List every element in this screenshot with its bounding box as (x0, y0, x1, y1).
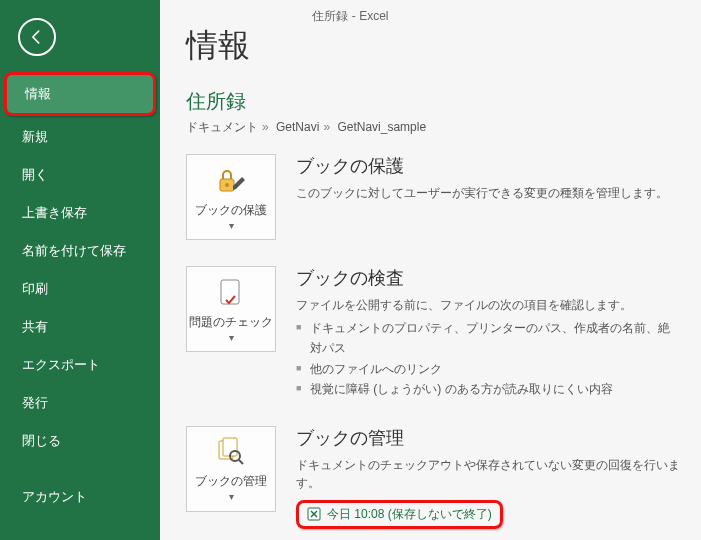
recover-version-button[interactable]: 今日 10:08 (保存しないで終了) (296, 500, 503, 529)
list-item: 他のファイルへのリンク (296, 359, 681, 379)
tile-label: ブックの管理 (195, 473, 267, 490)
breadcrumb-item[interactable]: GetNavi_sample (337, 120, 426, 134)
list-item: 視覚に障碍 (しょうがい) のある方が読み取りにくい内容 (296, 379, 681, 399)
backstage-sidebar: 情報 新規 開く 上書き保存 名前を付けて保存 印刷 共有 エクスポート 発行 … (0, 0, 160, 540)
document-check-icon (218, 276, 244, 310)
page-title: 情報 (186, 24, 681, 68)
nav-export[interactable]: エクスポート (0, 346, 160, 384)
protect-text: このブックに対してユーザーが実行できる変更の種類を管理します。 (296, 184, 681, 202)
excel-doc-icon (307, 507, 321, 521)
chevron-down-icon: ▾ (229, 332, 234, 343)
version-label: 今日 10:08 (保存しないで終了) (327, 506, 492, 523)
nav-close[interactable]: 閉じる (0, 422, 160, 460)
breadcrumb-item[interactable]: GetNavi (276, 120, 319, 134)
chevron-down-icon: ▾ (229, 491, 234, 502)
nav-open[interactable]: 開く (0, 156, 160, 194)
back-button[interactable] (18, 18, 56, 56)
nav-share[interactable]: 共有 (0, 308, 160, 346)
list-item: ドキュメントのプロパティ、プリンターのパス、作成者の名前、絶対パス (296, 318, 681, 359)
protect-heading: ブックの保護 (296, 154, 681, 178)
nav-publish[interactable]: 発行 (0, 384, 160, 422)
chevron-down-icon: ▾ (229, 220, 234, 231)
nav-print[interactable]: 印刷 (0, 270, 160, 308)
manage-section: ブックの管理 ▾ ブックの管理 ドキュメントのチェックアウトや保存されていない変… (186, 426, 681, 529)
inspect-section: 問題のチェック ▾ ブックの検査 ファイルを公開する前に、ファイルの次の項目を確… (186, 266, 681, 400)
documents-magnify-icon (216, 435, 246, 469)
protect-section: ブックの保護 ▾ ブックの保護 このブックに対してユーザーが実行できる変更の種類… (186, 154, 681, 240)
main-panel: 情報 住所録 ドキュメント» GetNavi» GetNavi_sample ブ… (160, 0, 701, 540)
protect-workbook-button[interactable]: ブックの保護 ▾ (186, 154, 276, 240)
inspect-list: ドキュメントのプロパティ、プリンターのパス、作成者の名前、絶対パス 他のファイル… (296, 318, 681, 400)
nav-info[interactable]: 情報 (4, 72, 156, 116)
nav-list: 情報 新規 開く 上書き保存 名前を付けて保存 印刷 共有 エクスポート 発行 … (0, 72, 160, 516)
nav-save[interactable]: 上書き保存 (0, 194, 160, 232)
breadcrumb-item[interactable]: ドキュメント (186, 120, 258, 134)
check-issues-button[interactable]: 問題のチェック ▾ (186, 266, 276, 352)
manage-text: ドキュメントのチェックアウトや保存されていない変更の回復を行います。 (296, 456, 681, 492)
tile-label: ブックの保護 (195, 202, 267, 219)
lock-key-icon (216, 164, 246, 198)
manage-heading: ブックの管理 (296, 426, 681, 450)
nav-account[interactable]: アカウント (0, 478, 160, 516)
inspect-lead: ファイルを公開する前に、ファイルの次の項目を確認します。 (296, 296, 681, 314)
arrow-left-icon (27, 27, 47, 47)
svg-point-1 (225, 183, 229, 187)
nav-saveas[interactable]: 名前を付けて保存 (0, 232, 160, 270)
inspect-heading: ブックの検査 (296, 266, 681, 290)
document-name: 住所録 (186, 88, 681, 115)
breadcrumb: ドキュメント» GetNavi» GetNavi_sample (186, 119, 681, 136)
manage-workbook-button[interactable]: ブックの管理 ▾ (186, 426, 276, 512)
tile-label: 問題のチェック (189, 314, 273, 331)
nav-new[interactable]: 新規 (0, 118, 160, 156)
